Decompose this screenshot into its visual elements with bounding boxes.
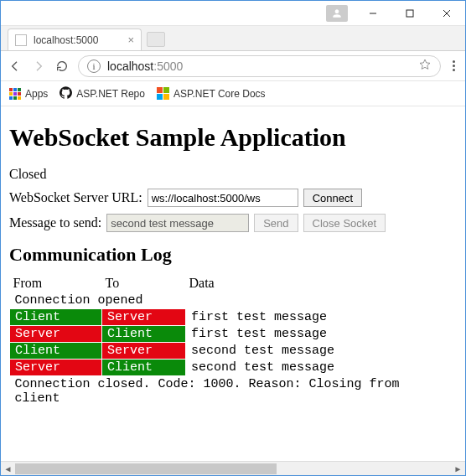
close-socket-button[interactable]: Close Socket xyxy=(303,214,386,232)
tab-close-icon[interactable]: × xyxy=(127,34,134,46)
svg-rect-1 xyxy=(406,10,413,17)
log-to-cell: Client xyxy=(102,326,186,343)
horizontal-scrollbar[interactable]: ◄ ► xyxy=(1,461,465,475)
reload-button[interactable] xyxy=(54,60,70,73)
log-data-cell: first test message xyxy=(186,309,458,326)
ws-url-input[interactable] xyxy=(148,189,298,207)
bookmarks-bar: Apps ASP.NET Repo ASP.NET Core Docs xyxy=(1,81,465,106)
apps-icon xyxy=(9,88,21,100)
log-header-row: From To Data xyxy=(10,274,458,292)
log-row: ClientServersecond test message xyxy=(10,343,458,360)
profile-icon[interactable] xyxy=(326,5,348,22)
address-bar: i localhost:5000 xyxy=(1,51,465,81)
url-path: :5000 xyxy=(153,60,183,73)
message-input[interactable] xyxy=(106,214,249,232)
log-open-text: Connection opened xyxy=(10,292,458,309)
new-tab-button[interactable] xyxy=(147,32,165,47)
github-icon xyxy=(60,86,72,101)
close-window-button[interactable] xyxy=(428,1,465,26)
back-button[interactable] xyxy=(8,60,23,73)
browser-tab[interactable]: localhost:5000 × xyxy=(8,28,142,50)
log-to-cell: Client xyxy=(102,360,186,376)
microsoft-icon xyxy=(157,87,169,100)
bookmark-aspnet-core-docs[interactable]: ASP.NET Core Docs xyxy=(157,87,266,100)
log-data-cell: second test message xyxy=(186,343,458,360)
log-from-cell: Client xyxy=(10,343,102,360)
ws-url-label: WebSocket Server URL: xyxy=(9,190,142,205)
page-heading: WebSocket Sample Application xyxy=(9,123,457,152)
log-row: ClientServerfirst test message xyxy=(10,309,458,326)
scroll-thumb[interactable] xyxy=(15,463,277,474)
apps-button[interactable]: Apps xyxy=(9,88,48,100)
browser-menu-button[interactable] xyxy=(449,60,458,71)
page-content: WebSocket Sample Application Closed WebS… xyxy=(1,106,465,461)
site-info-icon[interactable]: i xyxy=(87,60,101,73)
tab-title: localhost:5000 xyxy=(34,34,98,46)
message-label: Message to send: xyxy=(9,215,101,230)
log-data-cell: first test message xyxy=(186,326,458,343)
minimize-button[interactable] xyxy=(355,1,391,26)
log-open-row: Connection opened xyxy=(10,292,458,309)
log-closed-row: Connection closed. Code: 1000. Reason: C… xyxy=(10,376,458,407)
state-label: Closed xyxy=(9,167,46,182)
log-header-data: Data xyxy=(186,274,458,292)
log-header-from: From xyxy=(10,274,102,292)
scroll-track[interactable] xyxy=(15,462,451,476)
log-heading: Communication Log xyxy=(9,244,457,266)
apps-label: Apps xyxy=(25,88,48,100)
log-from-cell: Client xyxy=(10,309,102,326)
bookmark-star-icon[interactable] xyxy=(418,58,432,74)
log-row: ServerClientsecond test message xyxy=(10,360,458,376)
log-from-cell: Server xyxy=(10,326,102,343)
log-data-cell: second test message xyxy=(186,360,458,376)
url-host: localhost xyxy=(107,60,153,73)
connect-button[interactable]: Connect xyxy=(303,189,362,207)
scroll-right-icon[interactable]: ► xyxy=(451,462,465,476)
tab-strip: localhost:5000 × xyxy=(1,26,465,51)
log-row: ServerClientfirst test message xyxy=(10,326,458,343)
bookmark-aspnet-repo[interactable]: ASP.NET Repo xyxy=(60,86,145,101)
window-titlebar xyxy=(1,1,465,26)
log-closed-text: Connection closed. Code: 1000. Reason: C… xyxy=(10,376,458,407)
communication-log-table: From To Data Connection opened ClientSer… xyxy=(9,274,457,406)
maximize-button[interactable] xyxy=(391,1,428,26)
scroll-left-icon[interactable]: ◄ xyxy=(1,462,15,476)
favicon-icon xyxy=(15,34,27,46)
bookmark-label: ASP.NET Repo xyxy=(76,88,145,100)
url-field[interactable]: i localhost:5000 xyxy=(78,55,441,77)
bookmark-label: ASP.NET Core Docs xyxy=(173,88,266,100)
log-to-cell: Server xyxy=(102,309,186,326)
log-from-cell: Server xyxy=(10,360,102,376)
send-button[interactable]: Send xyxy=(254,214,298,232)
log-header-to: To xyxy=(102,274,186,292)
log-to-cell: Server xyxy=(102,343,186,360)
forward-button xyxy=(31,60,46,73)
